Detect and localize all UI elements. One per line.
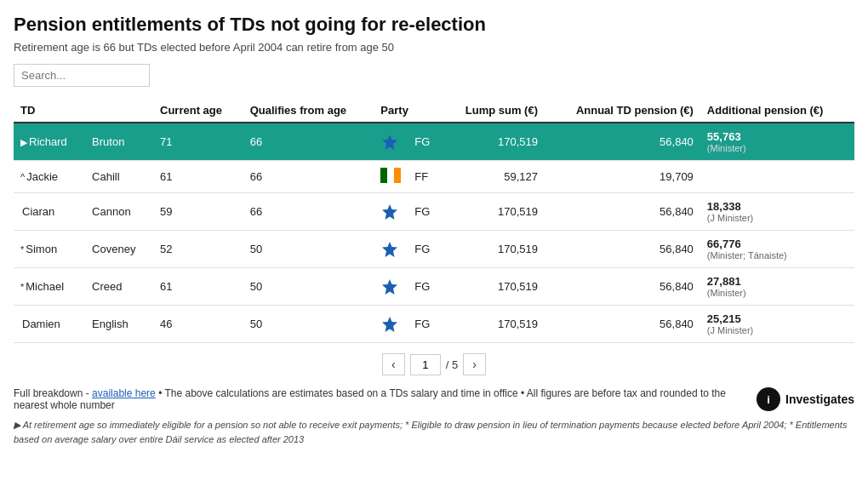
td-qualifies-from: 66: [243, 193, 374, 231]
td-additional-pension: 27,881(Minister): [700, 268, 854, 306]
td-party-abbr: FG: [408, 123, 442, 161]
td-party-abbr: FG: [408, 231, 442, 268]
page-subtitle: Retirement age is 66 but TDs elected bef…: [14, 41, 854, 54]
next-page-button[interactable]: ›: [463, 353, 486, 375]
td-party-abbr: FG: [408, 268, 442, 306]
td-lump-sum: 170,519: [443, 231, 545, 268]
logo-label: Investigates: [785, 392, 854, 406]
td-annual-pension: 19,709: [545, 161, 700, 193]
td-prefix: ▶: [20, 137, 27, 147]
td-additional-pension: 18,338(J Minister): [700, 193, 854, 231]
td-first-name: Ciaran: [14, 193, 85, 231]
col-header-current-age: Current age: [153, 99, 243, 123]
td-current-age: 52: [153, 231, 243, 268]
td-first-name: ^Jackie: [14, 161, 85, 193]
td-current-age: 61: [153, 161, 243, 193]
main-table: TD Current age Qualifies from age Party …: [14, 99, 854, 343]
td-first-name: *Simon: [14, 231, 85, 268]
td-qualifies-from: 66: [243, 161, 374, 193]
svg-rect-2: [387, 168, 394, 183]
svg-marker-5: [382, 242, 397, 257]
td-current-age: 71: [153, 123, 243, 161]
td-qualifies-from: 50: [243, 231, 374, 268]
td-prefix: *: [20, 282, 24, 292]
td-party-abbr: FG: [408, 306, 442, 343]
logo-circle: i: [757, 387, 780, 411]
footer-text: Full breakdown - available here • The ab…: [14, 387, 740, 411]
td-last-name: English: [85, 306, 153, 343]
td-additional-pension: 66,776(Minister; Tánaiste): [700, 231, 854, 268]
td-last-name: Coveney: [85, 231, 153, 268]
td-lump-sum: 170,519: [443, 268, 545, 306]
td-qualifies-from: 66: [243, 123, 374, 161]
investigates-logo: i Investigates: [757, 387, 854, 411]
td-annual-pension: 56,840: [545, 231, 700, 268]
td-additional-pension: 25,215(J Minister): [700, 306, 854, 343]
page-title: Pension entitlements of TDs not going fo…: [14, 14, 854, 36]
total-pages: / 5: [446, 358, 458, 371]
td-party-icon: [374, 123, 408, 161]
footer-prefix: Full breakdown -: [14, 387, 89, 399]
table-row: *Michael Creed 61 50 FG 170,519 56,840 2…: [14, 268, 854, 306]
td-party-icon: [374, 306, 408, 343]
td-annual-pension: 56,840: [545, 123, 700, 161]
td-lump-sum: 59,127: [443, 161, 545, 193]
col-header-qualifies-from-age: Qualifies from age: [243, 99, 374, 123]
td-prefix: *: [20, 244, 24, 255]
table-row: ▶Richard Bruton 71 66 FG 170,519 56,840 …: [14, 123, 854, 161]
td-party-icon: [374, 231, 408, 268]
svg-marker-4: [382, 204, 397, 220]
current-page-input[interactable]: [410, 354, 441, 375]
prev-page-button[interactable]: ‹: [382, 353, 405, 375]
col-header-td: TD: [14, 99, 153, 123]
td-last-name: Cahill: [85, 161, 153, 193]
td-party-icon: [374, 268, 408, 306]
td-prefix: ^: [20, 172, 25, 182]
td-qualifies-from: 50: [243, 306, 374, 343]
td-lump-sum: 170,519: [443, 123, 545, 161]
td-last-name: Cannon: [85, 193, 153, 231]
td-party-icon: [374, 193, 408, 231]
search-input[interactable]: [14, 64, 150, 87]
col-header-party: Party: [374, 99, 442, 123]
col-header-additional-pension: Additional pension (€): [700, 99, 854, 123]
svg-marker-6: [382, 279, 397, 295]
svg-rect-3: [394, 168, 401, 183]
td-annual-pension: 56,840: [545, 306, 700, 343]
td-additional-pension: [700, 161, 854, 193]
td-party-icon: [374, 161, 408, 193]
available-here-link[interactable]: available here: [92, 387, 156, 399]
td-last-name: Creed: [85, 268, 153, 306]
svg-rect-1: [380, 168, 387, 183]
td-qualifies-from: 50: [243, 268, 374, 306]
td-additional-pension: 55,763(Minister): [700, 123, 854, 161]
footer: Full breakdown - available here • The ab…: [14, 387, 854, 411]
table-row: *Simon Coveney 52 50 FG 170,519 56,840 6…: [14, 231, 854, 268]
td-party-abbr: FG: [408, 193, 442, 231]
td-first-name: *Michael: [14, 268, 85, 306]
td-first-name: Damien: [14, 306, 85, 343]
pagination: ‹ / 5 ›: [14, 353, 854, 375]
col-header-lump-sum: Lump sum (€): [443, 99, 545, 123]
td-party-abbr: FF: [408, 161, 442, 193]
td-current-age: 61: [153, 268, 243, 306]
table-row: Damien English 46 50 FG 170,519 56,840 2…: [14, 306, 854, 343]
td-annual-pension: 56,840: [545, 268, 700, 306]
td-lump-sum: 170,519: [443, 306, 545, 343]
td-last-name: Bruton: [85, 123, 153, 161]
table-row: ^Jackie Cahill 61 66 FF 59,127 19,709: [14, 161, 854, 193]
svg-marker-0: [382, 135, 397, 150]
footer-notes: ▶ At retirement age so immediately eligi…: [14, 418, 854, 446]
svg-marker-7: [382, 317, 397, 332]
td-current-age: 59: [153, 193, 243, 231]
td-current-age: 46: [153, 306, 243, 343]
td-lump-sum: 170,519: [443, 193, 545, 231]
col-header-annual-pension: Annual TD pension (€): [545, 99, 700, 123]
td-annual-pension: 56,840: [545, 193, 700, 231]
td-first-name: ▶Richard: [14, 123, 85, 161]
table-row: Ciaran Cannon 59 66 FG 170,519 56,840 18…: [14, 193, 854, 231]
